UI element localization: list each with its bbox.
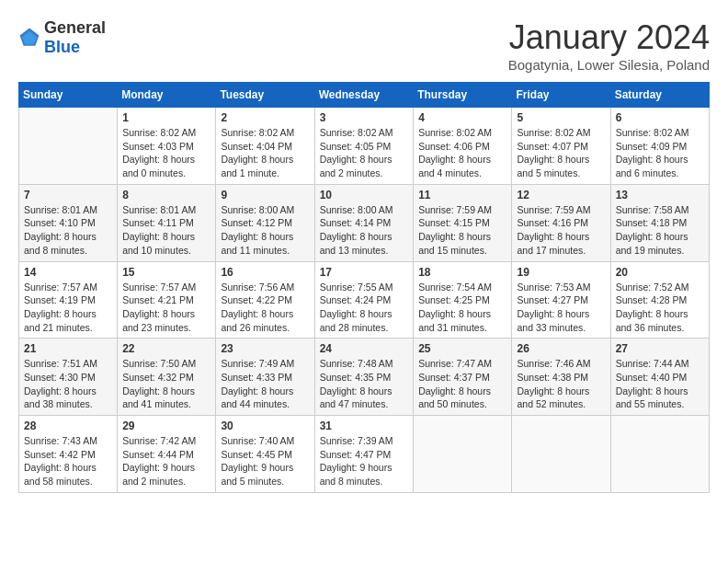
calendar-header-row: SundayMondayTuesdayWednesdayThursdayFrid… — [19, 83, 710, 108]
calendar-cell: 8Sunrise: 8:01 AM Sunset: 4:11 PM Daylig… — [118, 184, 216, 261]
calendar-cell: 26Sunrise: 7:46 AM Sunset: 4:38 PM Dayli… — [512, 339, 610, 416]
week-row-1: 1Sunrise: 8:02 AM Sunset: 4:03 PM Daylig… — [19, 108, 710, 185]
day-info: Sunrise: 7:52 AM Sunset: 4:28 PM Dayligh… — [616, 281, 704, 335]
day-info: Sunrise: 8:02 AM Sunset: 4:07 PM Dayligh… — [517, 126, 605, 180]
header-tuesday: Tuesday — [216, 83, 314, 108]
header-saturday: Saturday — [610, 83, 709, 108]
calendar-cell: 12Sunrise: 7:59 AM Sunset: 4:16 PM Dayli… — [512, 184, 610, 261]
location-subtitle: Bogatynia, Lower Silesia, Poland — [508, 57, 710, 73]
day-info: Sunrise: 8:00 AM Sunset: 4:12 PM Dayligh… — [221, 203, 309, 258]
week-row-2: 7Sunrise: 8:01 AM Sunset: 4:10 PM Daylig… — [19, 184, 710, 261]
day-number: 29 — [122, 419, 210, 432]
day-info: Sunrise: 7:43 AM Sunset: 4:42 PM Dayligh… — [24, 434, 112, 488]
day-info: Sunrise: 7:46 AM Sunset: 4:38 PM Dayligh… — [517, 357, 605, 411]
month-title: January 2024 — [508, 18, 710, 57]
day-info: Sunrise: 7:57 AM Sunset: 4:19 PM Dayligh… — [24, 281, 112, 335]
day-number: 5 — [517, 111, 605, 124]
calendar-cell: 22Sunrise: 7:50 AM Sunset: 4:32 PM Dayli… — [118, 339, 216, 416]
calendar-cell: 13Sunrise: 7:58 AM Sunset: 4:18 PM Dayli… — [610, 184, 709, 261]
calendar-cell: 3Sunrise: 8:02 AM Sunset: 4:05 PM Daylig… — [314, 108, 414, 185]
day-info: Sunrise: 7:58 AM Sunset: 4:18 PM Dayligh… — [616, 203, 704, 258]
logo-text: General Blue — [44, 18, 106, 57]
day-number: 24 — [320, 342, 409, 355]
calendar-cell: 16Sunrise: 7:56 AM Sunset: 4:22 PM Dayli… — [216, 261, 314, 339]
calendar-cell: 10Sunrise: 8:00 AM Sunset: 4:14 PM Dayli… — [314, 184, 414, 261]
day-number: 16 — [221, 266, 309, 279]
day-number: 15 — [122, 266, 210, 279]
day-number: 23 — [221, 342, 309, 355]
day-info: Sunrise: 7:57 AM Sunset: 4:21 PM Dayligh… — [122, 281, 210, 335]
day-info: Sunrise: 7:50 AM Sunset: 4:32 PM Dayligh… — [122, 357, 210, 411]
calendar-cell: 9Sunrise: 8:00 AM Sunset: 4:12 PM Daylig… — [216, 184, 314, 261]
logo: General Blue — [18, 18, 106, 57]
calendar-cell: 1Sunrise: 8:02 AM Sunset: 4:03 PM Daylig… — [118, 108, 216, 185]
day-number: 18 — [418, 266, 506, 279]
week-row-4: 21Sunrise: 7:51 AM Sunset: 4:30 PM Dayli… — [19, 339, 710, 416]
day-info: Sunrise: 8:02 AM Sunset: 4:04 PM Dayligh… — [221, 126, 309, 180]
day-info: Sunrise: 7:49 AM Sunset: 4:33 PM Dayligh… — [221, 357, 309, 411]
day-number: 21 — [24, 342, 112, 355]
calendar-cell — [610, 416, 709, 493]
calendar-table: SundayMondayTuesdayWednesdayThursdayFrid… — [18, 82, 710, 493]
calendar-cell: 23Sunrise: 7:49 AM Sunset: 4:33 PM Dayli… — [216, 339, 314, 416]
calendar-cell — [512, 416, 610, 493]
day-info: Sunrise: 8:00 AM Sunset: 4:14 PM Dayligh… — [320, 203, 409, 258]
day-number: 22 — [122, 342, 210, 355]
calendar-cell: 28Sunrise: 7:43 AM Sunset: 4:42 PM Dayli… — [19, 416, 118, 493]
day-number: 19 — [517, 266, 605, 279]
calendar-cell: 29Sunrise: 7:42 AM Sunset: 4:44 PM Dayli… — [118, 416, 216, 493]
header-thursday: Thursday — [414, 83, 512, 108]
calendar-cell: 30Sunrise: 7:40 AM Sunset: 4:45 PM Dayli… — [216, 416, 314, 493]
day-number: 13 — [616, 189, 704, 201]
day-number: 30 — [221, 419, 309, 432]
week-row-3: 14Sunrise: 7:57 AM Sunset: 4:19 PM Dayli… — [19, 261, 710, 339]
day-info: Sunrise: 7:48 AM Sunset: 4:35 PM Dayligh… — [320, 357, 409, 411]
day-info: Sunrise: 8:01 AM Sunset: 4:11 PM Dayligh… — [122, 203, 210, 258]
day-number: 2 — [221, 111, 309, 124]
logo-general: General — [44, 18, 106, 38]
week-row-5: 28Sunrise: 7:43 AM Sunset: 4:42 PM Dayli… — [19, 416, 710, 493]
calendar-cell: 17Sunrise: 7:55 AM Sunset: 4:24 PM Dayli… — [314, 261, 414, 339]
calendar-cell: 31Sunrise: 7:39 AM Sunset: 4:47 PM Dayli… — [314, 416, 414, 493]
day-number: 8 — [122, 189, 210, 201]
header-friday: Friday — [512, 83, 610, 108]
day-number: 11 — [418, 189, 506, 201]
calendar-cell: 24Sunrise: 7:48 AM Sunset: 4:35 PM Dayli… — [314, 339, 414, 416]
day-info: Sunrise: 8:02 AM Sunset: 4:06 PM Dayligh… — [418, 126, 506, 180]
calendar-cell: 14Sunrise: 7:57 AM Sunset: 4:19 PM Dayli… — [19, 261, 118, 339]
day-info: Sunrise: 8:02 AM Sunset: 4:09 PM Dayligh… — [616, 126, 704, 180]
day-number: 31 — [320, 419, 409, 432]
header-sunday: Sunday — [19, 83, 118, 108]
day-info: Sunrise: 8:01 AM Sunset: 4:10 PM Dayligh… — [24, 203, 112, 258]
day-info: Sunrise: 7:40 AM Sunset: 4:45 PM Dayligh… — [221, 434, 309, 488]
calendar-cell: 25Sunrise: 7:47 AM Sunset: 4:37 PM Dayli… — [414, 339, 512, 416]
day-number: 9 — [221, 189, 309, 201]
day-number: 20 — [616, 266, 704, 279]
day-info: Sunrise: 8:02 AM Sunset: 4:03 PM Dayligh… — [122, 126, 210, 180]
day-info: Sunrise: 7:59 AM Sunset: 4:15 PM Dayligh… — [418, 203, 506, 258]
day-number: 12 — [517, 189, 605, 201]
day-number: 25 — [418, 342, 506, 355]
day-info: Sunrise: 7:39 AM Sunset: 4:47 PM Dayligh… — [320, 434, 409, 488]
day-number: 17 — [320, 266, 409, 279]
day-number: 10 — [320, 189, 409, 201]
day-info: Sunrise: 7:44 AM Sunset: 4:40 PM Dayligh… — [616, 357, 704, 411]
day-number: 14 — [24, 266, 112, 279]
day-number: 4 — [418, 111, 506, 124]
header-wednesday: Wednesday — [314, 83, 414, 108]
title-block: January 2024 Bogatynia, Lower Silesia, P… — [508, 18, 710, 73]
calendar-cell: 2Sunrise: 8:02 AM Sunset: 4:04 PM Daylig… — [216, 108, 314, 185]
header-monday: Monday — [118, 83, 216, 108]
calendar-cell: 27Sunrise: 7:44 AM Sunset: 4:40 PM Dayli… — [610, 339, 709, 416]
day-number: 7 — [24, 189, 112, 201]
calendar-cell: 5Sunrise: 8:02 AM Sunset: 4:07 PM Daylig… — [512, 108, 610, 185]
calendar-cell: 6Sunrise: 8:02 AM Sunset: 4:09 PM Daylig… — [610, 108, 709, 185]
day-number: 28 — [24, 419, 112, 432]
day-number: 6 — [616, 111, 704, 124]
logo-icon — [18, 27, 40, 49]
calendar-cell: 7Sunrise: 8:01 AM Sunset: 4:10 PM Daylig… — [19, 184, 118, 261]
day-info: Sunrise: 7:51 AM Sunset: 4:30 PM Dayligh… — [24, 357, 112, 411]
day-info: Sunrise: 8:02 AM Sunset: 4:05 PM Dayligh… — [320, 126, 409, 180]
calendar-cell: 20Sunrise: 7:52 AM Sunset: 4:28 PM Dayli… — [610, 261, 709, 339]
calendar-cell: 11Sunrise: 7:59 AM Sunset: 4:15 PM Dayli… — [414, 184, 512, 261]
